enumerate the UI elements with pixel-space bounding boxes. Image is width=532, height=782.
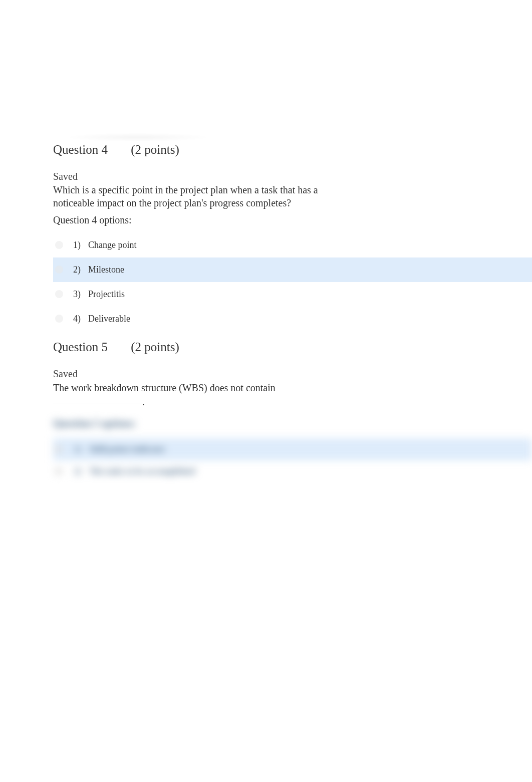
question-5-text: The work breakdown structure (WBS) does … (53, 381, 334, 409)
question-4-option-3[interactable]: 3) Projectitis (53, 282, 532, 307)
question-4-block: Question 4 (2 points) Saved Which is a s… (53, 143, 532, 331)
question-5-saved: Saved (53, 368, 532, 380)
option-text: The tasks to be accomplished (89, 466, 195, 476)
question-5-label: Question 5 (53, 340, 108, 354)
fill-blank-line (53, 403, 142, 403)
option-text: Projectitis (88, 289, 125, 300)
option-number: 2) (73, 265, 84, 275)
question-5-option-1[interactable]: 1) Skill points indicator (53, 438, 532, 460)
option-number: 1) (74, 445, 84, 454)
question-5-text-after: . (142, 396, 145, 407)
radio-icon[interactable] (55, 290, 63, 298)
question-4-points: (2 points) (131, 143, 179, 157)
option-number: 2) (74, 467, 84, 476)
option-number: 1) (73, 240, 84, 250)
question-4-option-2[interactable]: 2) Milestone (53, 257, 532, 282)
option-text: Deliverable (88, 314, 130, 324)
option-number: 3) (73, 289, 84, 300)
shadow-divider (65, 133, 210, 142)
option-text: Milestone (88, 265, 124, 275)
question-4-header: Question 4 (2 points) (53, 143, 532, 157)
question-5-option-2[interactable]: 2) The tasks to be accomplished (53, 460, 532, 482)
option-number: 4) (73, 314, 84, 324)
radio-icon[interactable] (55, 241, 63, 249)
question-5-blurred-section: Question 5 options: 1) Skill points indi… (53, 418, 532, 482)
question-4-label: Question 4 (53, 143, 108, 157)
option-text: Skill points indicator (89, 444, 165, 454)
radio-icon[interactable] (55, 266, 63, 274)
option-text: Change point (88, 240, 137, 250)
question-4-option-4[interactable]: 4) Deliverable (53, 307, 532, 331)
question-4-saved: Saved (53, 171, 532, 182)
question-5-options-label: Question 5 options: (53, 418, 532, 429)
question-5-points: (2 points) (131, 340, 179, 354)
question-4-text: Which is a specific point in the project… (53, 183, 334, 209)
radio-icon[interactable] (55, 446, 62, 453)
question-5-text-before: The work breakdown structure (WBS) does … (53, 382, 276, 393)
question-5-block: Question 5 (2 points) Saved The work bre… (53, 340, 532, 482)
radio-icon[interactable] (55, 315, 63, 323)
radio-icon[interactable] (55, 468, 62, 475)
question-4-option-1[interactable]: 1) Change point (53, 233, 532, 257)
question-5-header: Question 5 (2 points) (53, 340, 532, 354)
quiz-content: Question 4 (2 points) Saved Which is a s… (53, 143, 532, 482)
question-4-options-label: Question 4 options: (53, 214, 532, 226)
